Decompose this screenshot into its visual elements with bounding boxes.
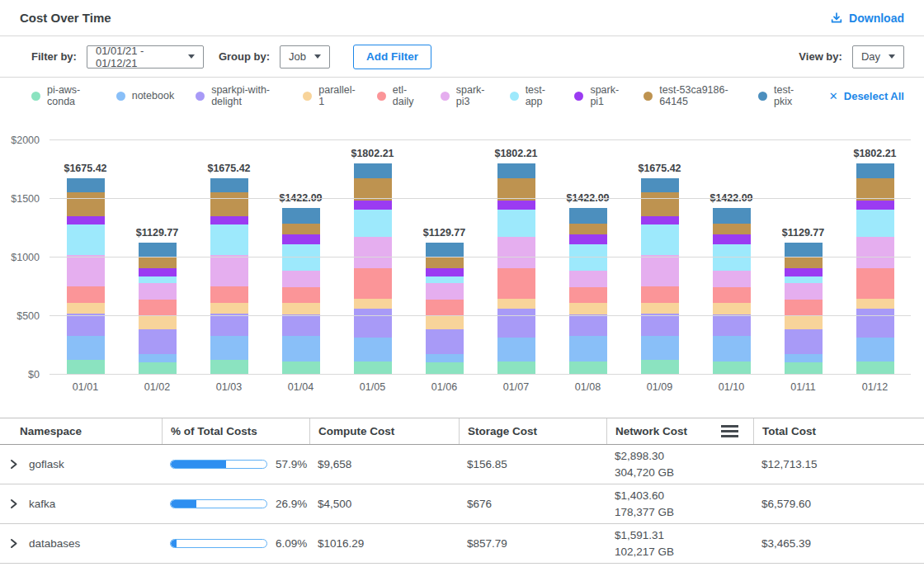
- bar-segment-pi-aws-conda[interactable]: [856, 361, 894, 375]
- bar-segment-sparkpi-with-delight[interactable]: [856, 309, 894, 338]
- group-by-select[interactable]: Job: [280, 45, 330, 69]
- bar-segment-spark-pi3[interactable]: [354, 237, 392, 268]
- bar-01/01[interactable]: $1675.42: [67, 178, 105, 375]
- bar-segment-test-pkix[interactable]: [713, 208, 751, 224]
- bar-segment-test-pkix[interactable]: [282, 208, 320, 224]
- bar-segment-parallel-1[interactable]: [210, 303, 248, 314]
- namespace-expander-kafka[interactable]: kafka: [0, 498, 162, 510]
- bar-01/05[interactable]: $1802.21: [354, 163, 392, 375]
- bar-segment-etl-daily[interactable]: [210, 286, 248, 303]
- bar-segment-pi-aws-conda[interactable]: [785, 362, 823, 375]
- column-header-compute[interactable]: Compute Cost: [309, 418, 459, 444]
- bar-segment-etl-daily[interactable]: [426, 300, 464, 316]
- bar-segment-spark-pi1[interactable]: [785, 268, 823, 276]
- legend-item-test-app[interactable]: test-app: [510, 84, 554, 107]
- bar-segment-spark-pi1[interactable]: [569, 234, 607, 244]
- bar-segment-test-app[interactable]: [785, 276, 823, 283]
- add-filter-button[interactable]: Add Filter: [353, 45, 431, 69]
- bar-segment-spark-pi3[interactable]: [426, 283, 464, 300]
- bar-segment-notebook[interactable]: [785, 354, 823, 362]
- bar-segment-parallel-1[interactable]: [354, 299, 392, 309]
- bar-segment-spark-pi1[interactable]: [210, 216, 248, 224]
- bar-segment-test-53ca9186-64145[interactable]: [67, 192, 105, 216]
- bar-segment-etl-daily[interactable]: [713, 287, 751, 303]
- bar-segment-spark-pi1[interactable]: [282, 234, 320, 244]
- legend-item-pi-aws-conda[interactable]: pi-aws-conda: [31, 84, 95, 107]
- legend-item-test-pkix[interactable]: test-pkix: [758, 84, 803, 107]
- bar-segment-spark-pi3[interactable]: [785, 283, 823, 300]
- bar-segment-test-53ca9186-64145[interactable]: [497, 178, 535, 201]
- bar-segment-spark-pi1[interactable]: [856, 201, 894, 210]
- bar-segment-parallel-1[interactable]: [497, 299, 535, 309]
- bar-segment-spark-pi1[interactable]: [641, 216, 679, 224]
- bar-segment-sparkpi-with-delight[interactable]: [785, 329, 823, 354]
- bar-segment-notebook[interactable]: [641, 336, 679, 360]
- bar-segment-spark-pi3[interactable]: [210, 255, 248, 286]
- bar-segment-spark-pi3[interactable]: [713, 271, 751, 287]
- date-range-select[interactable]: 01/01/21 - 01/12/21: [87, 45, 204, 69]
- bar-segment-test-app[interactable]: [856, 210, 894, 237]
- bar-segment-etl-daily[interactable]: [856, 268, 894, 299]
- bar-segment-notebook[interactable]: [210, 336, 248, 360]
- legend-item-parallel-1[interactable]: parallel-1: [303, 84, 355, 107]
- column-header-storage[interactable]: Storage Cost: [459, 418, 606, 444]
- legend-item-notebook[interactable]: notebook: [116, 90, 174, 102]
- bar-segment-etl-daily[interactable]: [569, 287, 607, 303]
- bar-segment-spark-pi3[interactable]: [67, 255, 105, 286]
- bar-segment-spark-pi1[interactable]: [354, 201, 392, 210]
- bar-segment-parallel-1[interactable]: [282, 303, 320, 314]
- bar-segment-pi-aws-conda[interactable]: [282, 361, 320, 375]
- column-header-percent[interactable]: % of Total Costs: [162, 418, 309, 444]
- bar-segment-notebook[interactable]: [569, 336, 607, 361]
- namespace-expander-goflask[interactable]: goflask: [0, 458, 162, 470]
- bar-01/10[interactable]: $1422.09: [713, 208, 751, 375]
- bar-segment-parallel-1[interactable]: [856, 299, 894, 309]
- bar-segment-notebook[interactable]: [497, 338, 535, 361]
- bar-segment-sparkpi-with-delight[interactable]: [210, 314, 248, 336]
- bar-segment-test-53ca9186-64145[interactable]: [210, 192, 248, 216]
- bar-segment-sparkpi-with-delight[interactable]: [426, 329, 464, 354]
- view-by-select[interactable]: Day: [852, 45, 904, 69]
- bar-segment-test-pkix[interactable]: [139, 243, 177, 257]
- bar-segment-notebook[interactable]: [67, 336, 105, 360]
- bar-segment-pi-aws-conda[interactable]: [67, 360, 105, 375]
- chevron-right-icon[interactable]: [8, 459, 19, 470]
- column-header-total[interactable]: Total Cost: [753, 418, 924, 444]
- bar-segment-test-53ca9186-64145[interactable]: [713, 224, 751, 234]
- bar-segment-spark-pi3[interactable]: [139, 283, 177, 300]
- bar-segment-test-53ca9186-64145[interactable]: [569, 224, 607, 234]
- legend-item-sparkpi-with-delight[interactable]: sparkpi-with-delight: [196, 84, 281, 107]
- bar-segment-test-app[interactable]: [354, 210, 392, 237]
- chevron-right-icon[interactable]: [8, 498, 19, 509]
- bar-segment-pi-aws-conda[interactable]: [139, 362, 177, 375]
- legend-item-spark-pi3[interactable]: spark-pi3: [441, 84, 488, 107]
- bar-segment-pi-aws-conda[interactable]: [569, 361, 607, 375]
- bar-segment-etl-daily[interactable]: [785, 300, 823, 316]
- bar-segment-notebook[interactable]: [426, 354, 464, 362]
- bar-segment-test-app[interactable]: [210, 224, 248, 255]
- bar-segment-spark-pi3[interactable]: [856, 237, 894, 268]
- bar-segment-etl-daily[interactable]: [641, 286, 679, 303]
- bar-segment-spark-pi3[interactable]: [569, 271, 607, 287]
- download-button[interactable]: Download: [830, 12, 904, 25]
- bar-01/08[interactable]: $1422.09: [569, 208, 607, 375]
- bar-segment-parallel-1[interactable]: [139, 316, 177, 329]
- chevron-right-icon[interactable]: [8, 538, 19, 549]
- namespace-expander-databases[interactable]: databases: [0, 537, 162, 550]
- bar-segment-notebook[interactable]: [856, 338, 894, 361]
- bar-segment-parallel-1[interactable]: [713, 303, 751, 314]
- bar-segment-test-53ca9186-64145[interactable]: [282, 224, 320, 234]
- bar-segment-sparkpi-with-delight[interactable]: [67, 314, 105, 336]
- bar-segment-sparkpi-with-delight[interactable]: [641, 314, 679, 336]
- bar-01/06[interactable]: $1129.77: [426, 243, 464, 375]
- bar-segment-test-pkix[interactable]: [569, 208, 607, 224]
- bar-segment-sparkpi-with-delight[interactable]: [497, 309, 535, 338]
- deselect-all-button[interactable]: ✕ Deselect All: [829, 90, 904, 102]
- bar-segment-test-53ca9186-64145[interactable]: [354, 178, 392, 201]
- bar-segment-spark-pi1[interactable]: [426, 268, 464, 276]
- bar-segment-etl-daily[interactable]: [497, 268, 535, 299]
- bar-segment-pi-aws-conda[interactable]: [210, 360, 248, 375]
- bar-segment-spark-pi1[interactable]: [497, 201, 535, 210]
- bar-segment-parallel-1[interactable]: [426, 316, 464, 329]
- bar-segment-notebook[interactable]: [282, 336, 320, 361]
